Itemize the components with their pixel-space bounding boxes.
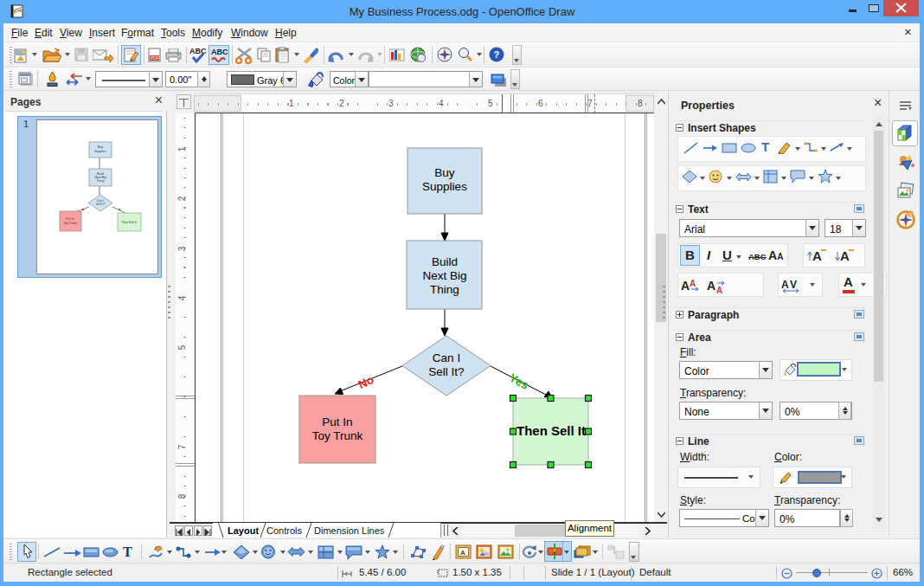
svg-text:Buy: Buy	[98, 145, 103, 149]
svg-text:PDF: PDF	[151, 55, 159, 61]
svg-text:Sell It?: Sell It?	[428, 365, 464, 378]
svg-text:N: N	[908, 212, 912, 217]
svg-text:A: A	[681, 279, 690, 293]
svg-text:Then Sell It: Then Sell It	[121, 221, 137, 224]
svg-text:A: A	[460, 549, 465, 557]
svg-text:Buy: Buy	[434, 166, 455, 179]
svg-text:Yes: Yes	[507, 371, 531, 392]
svg-text:Sell It?: Sell It?	[96, 203, 106, 206]
svg-text:A: A	[840, 248, 850, 263]
svg-text:Build: Build	[432, 255, 458, 268]
svg-text:V: V	[790, 279, 797, 291]
svg-text:Put In: Put In	[322, 415, 352, 428]
svg-text:A: A	[690, 279, 696, 288]
svg-text:A: A	[707, 279, 715, 293]
svg-text:?: ?	[494, 49, 500, 60]
svg-text:No: No	[356, 373, 376, 391]
svg-text:Next Big: Next Big	[422, 269, 466, 282]
svg-text:A: A	[716, 286, 722, 293]
svg-text:Supplies: Supplies	[94, 150, 106, 153]
svg-text:Thing: Thing	[430, 283, 459, 296]
svg-text:Put In: Put In	[66, 217, 74, 221]
svg-text:Thing: Thing	[97, 179, 105, 183]
svg-text:ABC: ABC	[189, 47, 207, 55]
svg-text:Toy Trunk: Toy Trunk	[63, 222, 76, 225]
svg-text:ABC: ABC	[211, 48, 228, 56]
svg-text:Supplies: Supplies	[422, 180, 467, 193]
svg-text:A: A	[812, 248, 822, 263]
svg-text:Then Sell It: Then Sell It	[517, 423, 586, 438]
svg-text:Can I: Can I	[433, 351, 460, 364]
svg-text:Toy Trunk: Toy Trunk	[312, 429, 363, 442]
